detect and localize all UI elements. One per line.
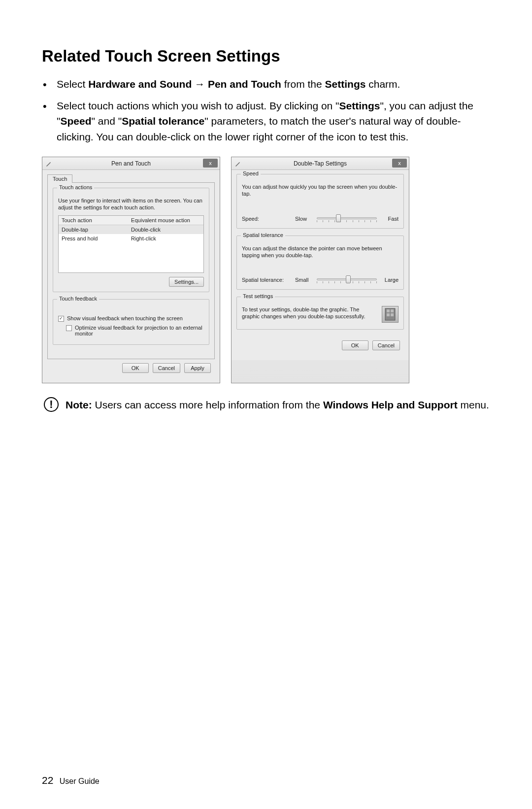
text: Select xyxy=(57,78,88,90)
spatial-slider[interactable] xyxy=(317,275,377,284)
text: from the xyxy=(281,78,325,90)
text: menu. xyxy=(458,399,489,410)
apply-button[interactable]: Apply xyxy=(184,363,211,373)
test-settings-group: Test settings To test your settings, dou… xyxy=(236,297,404,330)
group-legend: Touch feedback xyxy=(57,296,99,302)
checkbox-icon xyxy=(58,316,64,322)
note: ! Note: Users can access more help infor… xyxy=(42,397,490,413)
bullet-2: Select touch actions which you wish to a… xyxy=(57,98,490,145)
titlebar: Double-Tap Settings x xyxy=(232,157,409,170)
tab-touch[interactable]: Touch xyxy=(47,174,72,183)
titlebar: Pen and Touch x xyxy=(42,157,220,170)
group-description: To test your settings, double-tap the gr… xyxy=(242,306,377,320)
svg-rect-4 xyxy=(391,313,394,316)
note-icon: ! xyxy=(44,397,59,412)
slider-max-label: Fast xyxy=(382,216,399,222)
spatial-tolerance-group: Spatial tolerance You can adjust the dis… xyxy=(236,236,404,290)
dialog-title: Pen and Touch xyxy=(42,160,220,167)
group-legend: Speed xyxy=(241,170,261,176)
close-button[interactable]: x xyxy=(203,159,218,168)
speed-group: Speed You can adjust how quickly you tap… xyxy=(236,174,404,229)
text-bold: Pen and Touch xyxy=(208,78,281,90)
svg-rect-3 xyxy=(387,313,390,316)
text-bold: Settings xyxy=(325,78,366,90)
text: charm. xyxy=(366,78,400,90)
checkbox-label: Show visual feedback when touching the s… xyxy=(67,315,183,321)
cell: Double-click xyxy=(128,225,203,234)
touch-feedback-group: Touch feedback Show visual feedback when… xyxy=(53,299,209,345)
col-header: Equivalent mouse action xyxy=(128,216,203,225)
group-description: You can adjust how quickly you tap the s… xyxy=(242,183,399,198)
bullet-1: Select Hardware and Sound → Pen and Touc… xyxy=(57,76,490,92)
page-footer: 22 User Guide xyxy=(42,775,100,786)
touch-actions-table: Touch action Equivalent mouse action Dou… xyxy=(58,215,204,273)
text-bold: Speed xyxy=(60,115,91,127)
group-description: Use your finger to interact with items o… xyxy=(58,197,204,211)
settings-button[interactable]: Settings... xyxy=(169,277,204,287)
pen-icon xyxy=(45,160,52,167)
checkbox-icon xyxy=(66,325,72,331)
group-legend: Spatial tolerance xyxy=(241,232,285,238)
page-heading: Related Touch Screen Settings xyxy=(42,47,490,66)
text: Select touch actions which you wish to a… xyxy=(57,100,339,111)
checkbox-label: Optimize visual feedback for projection … xyxy=(75,325,204,337)
svg-rect-1 xyxy=(387,309,390,312)
touch-actions-group: Touch actions Use your finger to interac… xyxy=(53,188,209,292)
slider-min-label: Small xyxy=(295,277,312,283)
text: Users can access more help information f… xyxy=(92,399,323,410)
page-number: 22 xyxy=(42,775,53,786)
ok-button[interactable]: OK xyxy=(122,363,149,373)
footer-label: User Guide xyxy=(60,777,100,785)
text-bold: Settings xyxy=(339,100,380,111)
note-label: Note: xyxy=(66,399,92,410)
cell: Press and hold xyxy=(59,234,128,243)
col-header: Touch action xyxy=(59,216,128,225)
group-legend: Touch actions xyxy=(57,184,94,190)
text-bold: Hardware and Sound xyxy=(88,78,192,90)
table-row[interactable]: Press and hold Right-click xyxy=(59,234,203,243)
text-bold: Spatial tolerance xyxy=(122,115,204,127)
ok-button[interactable]: OK xyxy=(342,340,368,350)
text: " and " xyxy=(92,115,122,127)
pen-and-touch-dialog: Pen and Touch x Touch Touch actions Use … xyxy=(42,157,220,383)
table-header: Touch action Equivalent mouse action xyxy=(59,216,203,225)
checkbox-show-feedback[interactable]: Show visual feedback when touching the s… xyxy=(58,315,204,322)
table-row[interactable]: Double-tap Double-click xyxy=(59,225,203,234)
group-description: You can adjust the distance the pointer … xyxy=(242,245,399,259)
pen-icon xyxy=(234,160,241,167)
close-button[interactable]: x xyxy=(392,159,407,168)
cancel-button[interactable]: Cancel xyxy=(153,363,180,373)
slider-max-label: Large xyxy=(382,277,399,283)
cancel-button[interactable]: Cancel xyxy=(372,340,400,350)
cell: Right-click xyxy=(128,234,203,243)
checkbox-optimize-feedback[interactable]: Optimize visual feedback for projection … xyxy=(58,325,204,337)
group-legend: Test settings xyxy=(241,293,275,299)
slider-label: Spatial tolerance: xyxy=(242,277,290,283)
dialog-title: Double-Tap Settings xyxy=(232,160,409,167)
door-icon xyxy=(385,308,396,321)
test-graphic[interactable] xyxy=(382,306,399,323)
cell: Double-tap xyxy=(59,225,128,234)
double-tap-settings-dialog: Double-Tap Settings x Speed You can adju… xyxy=(231,157,409,383)
text-bold: Windows Help and Support xyxy=(323,399,458,410)
svg-rect-2 xyxy=(391,309,394,312)
speed-slider[interactable] xyxy=(317,214,377,223)
slider-min-label: Slow xyxy=(295,216,312,222)
text: → xyxy=(192,78,208,90)
slider-label: Speed: xyxy=(242,216,290,222)
